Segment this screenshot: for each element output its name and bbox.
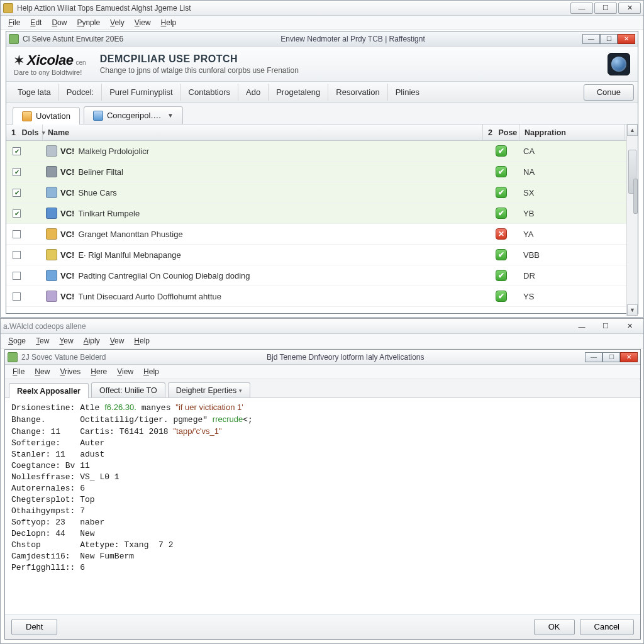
tab-reelx-apposaller[interactable]: Reelx Apposaller: [9, 383, 89, 398]
navtab-contabtiors[interactable]: Contabtiors: [181, 84, 238, 101]
navtab-ado[interactable]: Ado: [238, 84, 269, 101]
maximize-button[interactable]: ☐: [594, 321, 617, 332]
logo: ✶ Xicolae cen: [14, 52, 86, 69]
menu-file[interactable]: File: [4, 17, 24, 28]
top-inner-titlebar: Cl Selve Astunt Envulter 20E6 Enview Ned…: [6, 31, 638, 47]
subtab-concgeripol-[interactable]: Concgeripol….▼: [84, 106, 183, 124]
table-row[interactable]: VC!Padting Cantregiial On Couniog Diebal…: [6, 265, 638, 286]
minimize-button[interactable]: —: [570, 321, 593, 332]
row-nappration: CA: [519, 147, 625, 156]
status-ok-icon: ✔: [496, 291, 507, 302]
col-pose[interactable]: 2 Pose: [483, 125, 519, 140]
bottom-outer-titlebar: a.WAlcId codeops allene — ☐ ✕: [1, 319, 643, 334]
menu-view[interactable]: View: [113, 366, 137, 377]
inner-close-button[interactable]: ✕: [620, 352, 638, 362]
maximize-button[interactable]: ☐: [594, 3, 617, 14]
logo-subtext: cen: [76, 59, 86, 66]
navtab-plinies[interactable]: Plinies: [388, 84, 427, 101]
menu-view[interactable]: View: [131, 17, 155, 28]
menu-here[interactable]: Here: [87, 366, 111, 377]
row-checkbox[interactable]: [13, 292, 21, 301]
top-outer-titlebar: Help Aztion Wiliat Tops Eamuedst Alghst …: [1, 1, 643, 16]
menu-soge[interactable]: Soge: [4, 335, 30, 347]
menu-edt[interactable]: Edt: [26, 17, 45, 28]
menu-new[interactable]: New: [31, 366, 53, 377]
col-name[interactable]: Name: [43, 125, 483, 140]
menu-vely[interactable]: Vely: [106, 17, 128, 28]
inner-maximize-button[interactable]: ☐: [602, 352, 620, 362]
status-ok-icon: ✔: [496, 187, 507, 198]
row-checkbox[interactable]: [13, 230, 21, 238]
row-checkbox[interactable]: [13, 251, 21, 259]
deht-button[interactable]: Deht: [11, 619, 57, 635]
scroll-up-button[interactable]: ▲: [627, 125, 638, 136]
menu-dow[interactable]: Dow: [48, 17, 70, 28]
cancel-button[interactable]: Cancel: [580, 619, 634, 635]
top-inner-title-left: Cl Selve Astunt Envulter 20E6: [23, 35, 123, 43]
status-ok-icon: ✔: [496, 249, 507, 260]
navtab-podcel-[interactable]: Podcel:: [59, 84, 102, 101]
dialog-footer: Deht OK Cancel: [5, 614, 640, 639]
row-type-icon: [46, 187, 57, 198]
menu-aiply[interactable]: Aiply: [80, 335, 104, 347]
row-type-icon: [46, 228, 57, 240]
row-checkbox[interactable]: ✔: [13, 189, 21, 197]
table-row[interactable]: ✔VC!Shue Cars✔SX: [6, 182, 638, 203]
col-dols[interactable]: 1 Dols▾: [6, 125, 43, 140]
banner: ✶ Xicolae cen Dare to ony Boldtwire! DEM…: [6, 47, 638, 82]
navtab-progetaleng[interactable]: Progetaleng: [269, 84, 328, 101]
menu-vrives[interactable]: Vrives: [56, 366, 84, 377]
col-nappration[interactable]: Nappration: [519, 125, 625, 140]
minimize-button[interactable]: —: [570, 3, 593, 14]
menu-help[interactable]: Help: [130, 335, 153, 347]
close-button[interactable]: ✕: [618, 321, 641, 332]
menu-tew[interactable]: Tew: [32, 335, 53, 347]
row-code: VC!: [60, 250, 74, 260]
top-outer-title: Help Aztion Wiliat Tops Eamuedst Alghst …: [17, 4, 191, 13]
bottom-outer-menubar: SogeTewYewAiplyVewHelp: [1, 334, 643, 348]
table-row[interactable]: ✔VC!Malkelg Prdolojolicr✔CA: [6, 141, 638, 162]
tagline: Dare to ony Boldtwire!: [14, 69, 100, 76]
row-desc: Malkelg Prdolojolicr: [78, 147, 149, 156]
row-checkbox[interactable]: ✔: [13, 147, 21, 155]
row-type-icon: [46, 291, 57, 302]
navtab-toge-lata[interactable]: Toge lata: [10, 84, 59, 101]
inner-minimize-button[interactable]: —: [582, 34, 600, 44]
ok-button[interactable]: OK: [534, 619, 575, 635]
row-checkbox[interactable]: ✔: [13, 168, 21, 176]
inner-maximize-button[interactable]: ☐: [600, 34, 618, 44]
table-row[interactable]: ✔VC!Tinlkart Rumpele✔YB: [6, 203, 638, 224]
navtab-purel-furninyplist[interactable]: Purel Furninyplist: [102, 84, 180, 101]
menu-flle[interactable]: Flle: [9, 366, 28, 377]
bottom-inner-menubar: FlleNewVrivesHereViewHelp: [5, 365, 640, 379]
menu-yew[interactable]: Yew: [55, 335, 77, 347]
side-grip[interactable]: [633, 179, 638, 214]
bottom-inner-title-left: 2J Sovec Vatune Beiderd: [21, 353, 106, 362]
row-checkbox[interactable]: ✔: [13, 209, 21, 218]
inner-close-button[interactable]: ✕: [618, 34, 635, 44]
continue-button[interactable]: Conue: [584, 84, 634, 101]
row-desc: Beiiner Filtal: [78, 167, 123, 177]
table-row[interactable]: VC!Tunt Disecuard Aurto Dofflohumt ahttu…: [6, 286, 638, 307]
table-row[interactable]: VC!E· Rigl Manlful Mebnapange✔VBB: [6, 245, 638, 265]
row-nappration: SX: [519, 188, 625, 197]
close-button[interactable]: ✕: [618, 3, 641, 14]
tab-offect-unilie-to[interactable]: Offect: Unilie TO: [91, 382, 165, 397]
inner-minimize-button[interactable]: —: [585, 352, 602, 362]
chevron-down-icon: ▼: [167, 112, 174, 119]
menu-pynple[interactable]: Pynple: [73, 17, 104, 28]
menu-help[interactable]: Help: [140, 366, 163, 377]
globe-icon: [608, 53, 630, 75]
table-row[interactable]: VC!Granget Manonttan Phustige✕YA: [6, 224, 638, 245]
navtab-resorvation[interactable]: Resorvation: [328, 84, 387, 101]
row-checkbox[interactable]: [13, 272, 21, 280]
subtab-uovtation[interactable]: Uovtation: [13, 107, 80, 125]
menu-help[interactable]: Help: [157, 17, 180, 28]
row-nappration: YA: [519, 230, 625, 239]
scroll-down-button[interactable]: ▼: [627, 304, 638, 316]
menu-vew[interactable]: Vew: [106, 335, 128, 347]
top-inner-title-center: Enview Nedmoter al Prdy TCB | Raffestign…: [280, 35, 425, 43]
table-row[interactable]: ✔VC!Beiiner Filtal✔NA: [6, 162, 638, 182]
tab-deighetr-eperties[interactable]: Deighetr Eperties▾: [168, 382, 251, 397]
vertical-scrollbar[interactable]: ▲ ▼: [626, 125, 638, 316]
